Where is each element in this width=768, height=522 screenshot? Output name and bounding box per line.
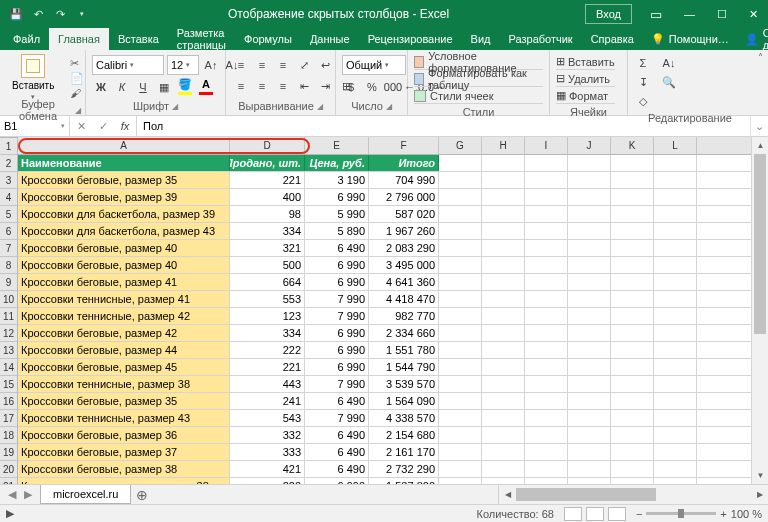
- cell[interactable]: [482, 172, 525, 188]
- undo-icon[interactable]: ↶: [30, 6, 46, 22]
- page-layout-view-icon[interactable]: [586, 507, 604, 521]
- cell[interactable]: Кроссовки беговые, размер 40: [18, 240, 230, 256]
- cell[interactable]: Кроссовки теннисные, размер 38: [18, 376, 230, 392]
- sheet-nav-prev-icon[interactable]: ◀: [8, 488, 16, 501]
- ribbon-tab-разметка страницы[interactable]: Разметка страницы: [168, 28, 235, 50]
- cell[interactable]: 2 334 660: [369, 325, 439, 341]
- cell[interactable]: [654, 155, 697, 171]
- table-header-cell[interactable]: Итого: [369, 155, 439, 171]
- cell[interactable]: [611, 257, 654, 273]
- column-header-H[interactable]: H: [482, 137, 525, 154]
- cell[interactable]: [482, 274, 525, 290]
- redo-icon[interactable]: ↷: [52, 6, 68, 22]
- save-icon[interactable]: 💾: [8, 6, 24, 22]
- cell[interactable]: [439, 274, 482, 290]
- cell[interactable]: [525, 274, 568, 290]
- cell[interactable]: 5 890: [305, 223, 369, 239]
- share-button[interactable]: 👤Общий доступ: [737, 28, 768, 50]
- cut-icon[interactable]: ✂: [70, 57, 84, 70]
- scroll-down-icon[interactable]: ▼: [752, 467, 768, 484]
- minimize-button[interactable]: —: [674, 0, 705, 28]
- cell[interactable]: [482, 291, 525, 307]
- cell[interactable]: [568, 240, 611, 256]
- cell[interactable]: [525, 240, 568, 256]
- cell[interactable]: [525, 291, 568, 307]
- cell[interactable]: Кроссовки беговые, размер 35: [18, 172, 230, 188]
- cell[interactable]: 123: [230, 308, 305, 324]
- cell[interactable]: [568, 274, 611, 290]
- row-header[interactable]: 15: [0, 376, 17, 393]
- cell[interactable]: [439, 155, 482, 171]
- cell[interactable]: [611, 359, 654, 375]
- column-header-G[interactable]: G: [439, 137, 482, 154]
- cell[interactable]: [654, 393, 697, 409]
- cell[interactable]: 6 490: [305, 240, 369, 256]
- cell[interactable]: [654, 427, 697, 443]
- cell[interactable]: [525, 155, 568, 171]
- tell-me[interactable]: 💡Помощни…: [643, 28, 737, 50]
- scroll-left-icon[interactable]: ◀: [499, 486, 516, 503]
- cell[interactable]: [568, 325, 611, 341]
- cell[interactable]: [482, 342, 525, 358]
- ribbon-tab-вставка[interactable]: Вставка: [109, 28, 168, 50]
- delete-cells-button[interactable]: ⊟ Удалить: [556, 71, 615, 87]
- zoom-out-button[interactable]: −: [636, 508, 642, 520]
- cell[interactable]: [654, 240, 697, 256]
- align-left-icon[interactable]: ≡: [232, 77, 250, 95]
- align-middle-icon[interactable]: ≡: [253, 56, 271, 74]
- cell[interactable]: 2 161 170: [369, 444, 439, 460]
- row-header[interactable]: 13: [0, 342, 17, 359]
- cell[interactable]: [482, 223, 525, 239]
- cell[interactable]: 1 967 260: [369, 223, 439, 239]
- row-header[interactable]: 3: [0, 172, 17, 189]
- cell[interactable]: [568, 172, 611, 188]
- cell[interactable]: 6 490: [305, 393, 369, 409]
- cell[interactable]: [525, 461, 568, 477]
- cell[interactable]: [525, 223, 568, 239]
- cell[interactable]: 4 418 470: [369, 291, 439, 307]
- cell[interactable]: Кроссовки беговые, размер 44: [18, 342, 230, 358]
- font-name-select[interactable]: Calibri▾: [92, 55, 164, 75]
- macro-record-icon[interactable]: ▶: [6, 507, 14, 520]
- sheet-nav-next-icon[interactable]: ▶: [24, 488, 32, 501]
- cell[interactable]: [482, 376, 525, 392]
- italic-button[interactable]: К: [113, 78, 131, 96]
- row-header[interactable]: 10: [0, 291, 17, 308]
- cell[interactable]: [482, 461, 525, 477]
- row-header[interactable]: 17: [0, 410, 17, 427]
- cell[interactable]: [439, 206, 482, 222]
- row-header[interactable]: 16: [0, 393, 17, 410]
- cell[interactable]: Кроссовки теннисные, размер 43: [18, 410, 230, 426]
- cell[interactable]: [568, 257, 611, 273]
- formula-input[interactable]: Пол: [137, 116, 750, 136]
- cell[interactable]: 7 990: [305, 308, 369, 324]
- cell[interactable]: 221: [230, 359, 305, 375]
- row-header[interactable]: 9: [0, 274, 17, 291]
- cell[interactable]: 6 990: [305, 325, 369, 341]
- cell[interactable]: [611, 206, 654, 222]
- row-header[interactable]: 1: [0, 138, 17, 155]
- cell[interactable]: [525, 393, 568, 409]
- cell[interactable]: 7 990: [305, 291, 369, 307]
- insert-cells-button[interactable]: ⊞ Вставить: [556, 54, 615, 70]
- cell[interactable]: [611, 240, 654, 256]
- cell[interactable]: 7 990: [305, 410, 369, 426]
- cell[interactable]: 400: [230, 189, 305, 205]
- ribbon-tab-рецензирование[interactable]: Рецензирование: [359, 28, 462, 50]
- cell[interactable]: [439, 427, 482, 443]
- cell[interactable]: [568, 444, 611, 460]
- cell[interactable]: [482, 257, 525, 273]
- row-header[interactable]: 4: [0, 189, 17, 206]
- cell[interactable]: [611, 223, 654, 239]
- column-header-E[interactable]: E: [305, 137, 369, 154]
- column-header-A[interactable]: A: [18, 137, 230, 154]
- cell[interactable]: [611, 291, 654, 307]
- enter-formula-icon[interactable]: ✓: [92, 120, 114, 133]
- row-header[interactable]: 6: [0, 223, 17, 240]
- cell[interactable]: [611, 172, 654, 188]
- cell[interactable]: [611, 461, 654, 477]
- row-header[interactable]: 20: [0, 461, 17, 478]
- cell[interactable]: [568, 308, 611, 324]
- align-launcher-icon[interactable]: ◢: [317, 102, 323, 111]
- cell[interactable]: [439, 308, 482, 324]
